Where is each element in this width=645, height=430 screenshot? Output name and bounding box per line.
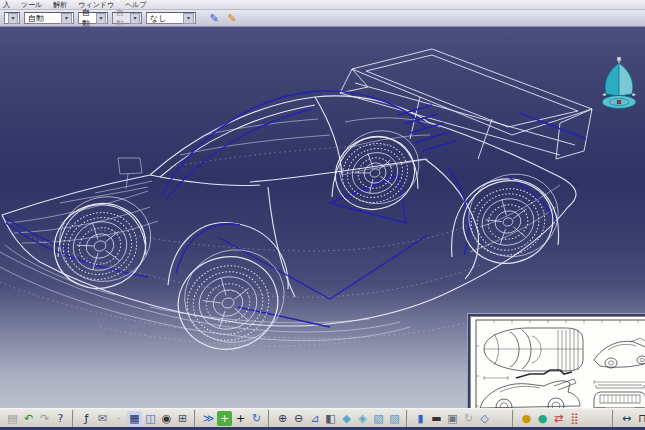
group-measure: ●●⇄⣿ (512, 410, 586, 427)
group-tools: ▮▬▣↻◇ (406, 410, 496, 427)
iso-view-icon[interactable]: ◆ (339, 411, 354, 426)
rotate-icon[interactable]: ↻ (249, 411, 264, 426)
zoom-out-icon[interactable]: ⊖ (291, 411, 306, 426)
rear-wing (340, 49, 592, 159)
capsule-icon[interactable]: ▬ (429, 411, 444, 426)
graphic-properties-toolbar: ▾ 自動 ▾ 自動 ▾ 自動 ▾ なし (0, 10, 645, 27)
fit-all-icon[interactable]: + (217, 411, 232, 426)
group-zoom-views: ⊕⊖⊿◧◆◈▧▨ (268, 410, 406, 427)
menu-item[interactable]: 解析 (53, 0, 67, 10)
dot-icon[interactable]: · (111, 411, 126, 426)
wheel-rear-near (453, 164, 569, 273)
printer-icon[interactable]: ▣ (445, 411, 460, 426)
undo-icon[interactable]: ↶ (21, 411, 36, 426)
chevron-down-icon[interactable]: ▾ (96, 13, 106, 24)
chevron-down-icon[interactable]: ▾ (130, 13, 140, 24)
point-cloud-icon[interactable]: ⣿ (567, 411, 582, 426)
multi-view-icon[interactable]: ◧ (323, 411, 338, 426)
pan-icon[interactable]: + (233, 411, 248, 426)
menu-bar: 入ツール解析ウィンドウヘルプ (0, 0, 645, 10)
wheel-front-near (167, 239, 296, 361)
fly-mode-icon[interactable]: ≫ (201, 411, 216, 426)
measure-between-icon[interactable]: ● (535, 411, 550, 426)
annotation-icon[interactable]: ✉ (95, 411, 110, 426)
blueprint-inset-window[interactable] (468, 314, 645, 408)
chevron-down-icon[interactable]: ▾ (61, 13, 72, 24)
3d-viewport[interactable] (0, 27, 645, 408)
3d-compass-icon[interactable] (597, 56, 641, 114)
menu-item[interactable]: 入 (3, 0, 10, 10)
group-knowledge: ƒ✉·▦◫◉⊞ (72, 410, 194, 427)
normal-view-icon[interactable]: ⊿ (307, 411, 322, 426)
formula-fx-icon[interactable]: ƒ (79, 411, 94, 426)
refresh-disabled-icon[interactable]: ↻ (461, 411, 476, 426)
shading-mode-icon[interactable]: ▧ (371, 411, 386, 426)
whats-this-icon[interactable]: ? (53, 411, 68, 426)
product-structure-icon[interactable]: ◫ (143, 411, 158, 426)
graphic-property-combo[interactable]: ▾ (4, 12, 20, 24)
car-body-outline (2, 96, 576, 326)
ruler-icon[interactable]: ▮ (413, 411, 428, 426)
menu-item[interactable]: ツール (21, 0, 42, 10)
mesh-texture-lines (0, 145, 480, 346)
chevron-down-icon[interactable]: ▾ (183, 13, 194, 24)
group-standard: ▤↶↷? (0, 410, 72, 427)
measure-swap-icon[interactable]: ⇄ (551, 411, 566, 426)
wireframe-mode-icon[interactable]: ▨ (387, 411, 402, 426)
group-view-nav: ≫++↻ (194, 410, 268, 427)
bottom-toolbar: ▤↶↷?ƒ✉·▦◫◉⊞≫++↻⊕⊖⊿◧◆◈▧▨▮▬▣↻◇●●⇄⣿↔⊓⌀◰▣▣◉ (0, 408, 645, 428)
group-dimension: ↔⊓⌀ (612, 410, 645, 427)
graphic-property-combo[interactable]: 自動 ▾ (112, 12, 142, 24)
graphic-property-combo[interactable]: 自動 ▾ (78, 12, 108, 24)
clamp-icon[interactable]: ⊓ (635, 411, 645, 426)
zoom-in-icon[interactable]: ⊕ (275, 411, 290, 426)
highlighted-edges (4, 91, 586, 327)
redo-icon[interactable]: ↷ (37, 411, 52, 426)
painter-brush-icon[interactable]: ✎ (206, 11, 222, 26)
design-table-icon[interactable]: ▦ (127, 411, 142, 426)
blueprint-drawing (470, 316, 645, 408)
graphic-property-combo[interactable]: なし ▾ (146, 12, 196, 24)
camera-icon[interactable]: ◉ (159, 411, 174, 426)
car-contour-lines (0, 118, 560, 341)
wizard-brush-icon[interactable]: ✎ (224, 11, 240, 26)
graphic-property-combo[interactable]: 自動 ▾ (24, 12, 74, 24)
measure-item-icon[interactable]: ● (519, 411, 534, 426)
view-cube-icon[interactable]: ◈ (355, 411, 370, 426)
chevron-down-icon[interactable]: ▾ (8, 13, 18, 24)
graph-tree-icon[interactable]: ⊞ (175, 411, 190, 426)
diamond-icon[interactable]: ◇ (477, 411, 492, 426)
print-preview-icon[interactable]: ▤ (5, 411, 20, 426)
application-window: 入ツール解析ウィンドウヘルプ ▾ 自動 ▾ 自動 ▾ (0, 0, 645, 430)
dimension-icon[interactable]: ↔ (619, 411, 634, 426)
